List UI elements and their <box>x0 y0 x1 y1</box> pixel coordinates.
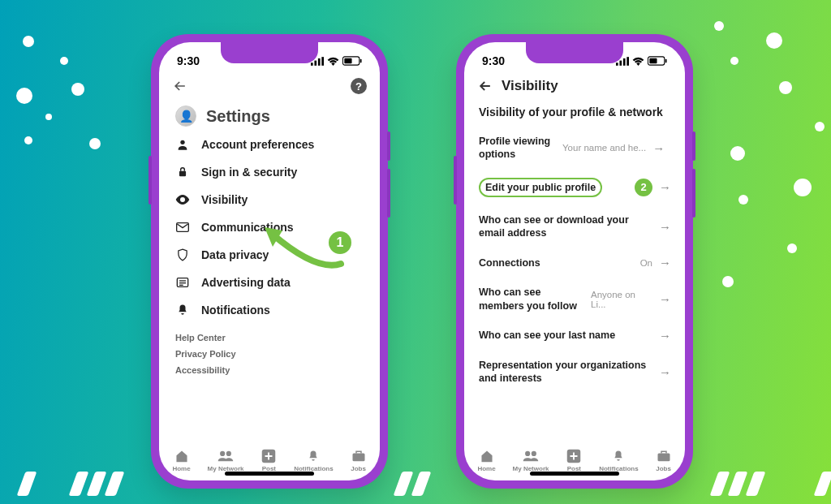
menu-advertising-data[interactable]: Advertising data <box>175 276 364 289</box>
svg-rect-19 <box>616 62 618 66</box>
chevron-right-icon: → <box>659 329 670 342</box>
page-title: Visibility <box>502 78 558 94</box>
status-icons <box>616 56 667 66</box>
svg-point-26 <box>525 450 530 455</box>
people-icon <box>217 449 234 463</box>
link-privacy-policy[interactable]: Privacy Policy <box>175 349 364 359</box>
back-icon[interactable] <box>477 78 493 94</box>
row-edit-public-profile[interactable]: Edit your public profile 2 → <box>464 170 685 205</box>
row-email-visibility[interactable]: Who can see or download your email addre… <box>464 205 685 248</box>
menu-notifications[interactable]: Notifications <box>175 304 364 317</box>
lock-icon <box>175 166 190 179</box>
nav-jobs[interactable]: Jobs <box>656 449 672 472</box>
svg-rect-21 <box>623 58 626 65</box>
home-indicator[interactable] <box>225 472 314 476</box>
nav-home[interactable]: Home <box>477 449 495 472</box>
newspaper-icon <box>175 277 190 288</box>
nav-post[interactable]: Post <box>566 449 582 472</box>
avatar[interactable]: 👤 <box>175 106 196 127</box>
plus-icon <box>566 449 582 463</box>
settings-header: ? <box>159 75 380 102</box>
nav-jobs[interactable]: Jobs <box>351 449 367 472</box>
menu-label: Advertising data <box>201 276 291 289</box>
svg-point-15 <box>220 450 225 455</box>
menu-visibility[interactable]: Visibility <box>175 193 364 206</box>
help-icon[interactable]: ? <box>351 78 367 94</box>
nav-network[interactable]: My Network <box>513 449 549 472</box>
svg-rect-1 <box>314 60 316 65</box>
menu-sign-in-security[interactable]: Sign in & security <box>175 166 364 179</box>
svg-rect-18 <box>352 454 364 462</box>
status-time: 9:30 <box>482 54 505 67</box>
svg-point-16 <box>226 450 231 455</box>
home-icon <box>174 449 190 463</box>
people-icon <box>523 449 539 463</box>
home-icon <box>479 449 495 463</box>
phone-settings: 9:30 ? 👤 Settings Account preferences <box>151 34 388 489</box>
bell-icon <box>175 304 190 317</box>
menu-label: Visibility <box>201 193 248 206</box>
section-title: Visibility of your profile & network <box>464 102 685 127</box>
home-indicator[interactable] <box>530 472 619 476</box>
svg-rect-22 <box>626 57 629 66</box>
chevron-right-icon: → <box>659 180 670 194</box>
link-accessibility[interactable]: Accessibility <box>175 365 364 375</box>
nav-notifications[interactable]: Notifications <box>294 449 333 472</box>
svg-rect-5 <box>344 58 351 63</box>
link-help-center[interactable]: Help Center <box>175 333 364 342</box>
nav-home[interactable]: Home <box>172 449 190 472</box>
nav-network[interactable]: My Network <box>208 449 244 472</box>
svg-rect-0 <box>311 62 313 66</box>
row-members-you-follow[interactable]: Who can see members you follow Anyone on… <box>464 278 685 321</box>
svg-rect-6 <box>360 59 362 63</box>
svg-rect-2 <box>318 58 321 65</box>
annotation-step-1: 1 <box>329 231 351 254</box>
chevron-right-icon: → <box>659 256 670 269</box>
briefcase-icon <box>351 449 367 463</box>
chevron-right-icon: → <box>659 365 670 379</box>
menu-label: Sign in & security <box>201 166 297 179</box>
menu-label: Notifications <box>201 304 270 317</box>
eye-icon <box>175 194 190 205</box>
back-icon[interactable] <box>172 78 188 94</box>
svg-rect-29 <box>657 454 670 462</box>
visibility-header: Visibility <box>464 75 685 102</box>
background: 9:30 ? 👤 Settings Account preferences <box>0 0 831 504</box>
row-last-name-visibility[interactable]: Who can see your last name → <box>464 321 685 351</box>
chevron-right-icon: → <box>659 292 670 306</box>
wifi-icon <box>327 57 339 66</box>
svg-point-9 <box>182 199 184 201</box>
battery-icon <box>342 56 362 66</box>
nav-post[interactable]: Post <box>260 449 277 472</box>
briefcase-icon <box>656 449 672 463</box>
person-icon <box>175 138 190 151</box>
wifi-icon <box>632 57 644 66</box>
menu-label: Data privacy <box>201 248 269 261</box>
row-connections[interactable]: Connections On → <box>464 248 685 278</box>
bell-icon <box>610 449 626 463</box>
bell-icon <box>305 449 321 463</box>
menu-label: Communications <box>201 221 294 234</box>
envelope-icon <box>175 222 190 232</box>
svg-rect-20 <box>619 60 622 65</box>
svg-point-27 <box>532 450 536 455</box>
svg-rect-3 <box>321 57 324 66</box>
svg-rect-24 <box>649 58 657 63</box>
svg-rect-25 <box>665 59 667 63</box>
svg-rect-8 <box>179 171 186 176</box>
nav-notifications[interactable]: Notifications <box>599 449 638 472</box>
status-icons <box>311 56 362 66</box>
menu-label: Account preferences <box>201 138 314 151</box>
phone-visibility: 9:30 Visibility Visibility of your profi… <box>456 34 693 489</box>
chevron-right-icon: → <box>652 141 664 155</box>
plus-icon <box>260 449 277 463</box>
battery-icon <box>648 56 667 66</box>
chevron-right-icon: → <box>659 220 670 234</box>
svg-point-7 <box>180 140 184 144</box>
status-time: 9:30 <box>177 54 200 67</box>
menu-account-preferences[interactable]: Account preferences <box>175 138 364 151</box>
shield-icon <box>175 248 190 261</box>
row-profile-viewing-options[interactable]: Profile viewing options Your name and he… <box>464 127 685 170</box>
annotation-step-2: 2 <box>635 179 652 196</box>
row-organizations-interests[interactable]: Representation your organizations and in… <box>464 351 685 394</box>
